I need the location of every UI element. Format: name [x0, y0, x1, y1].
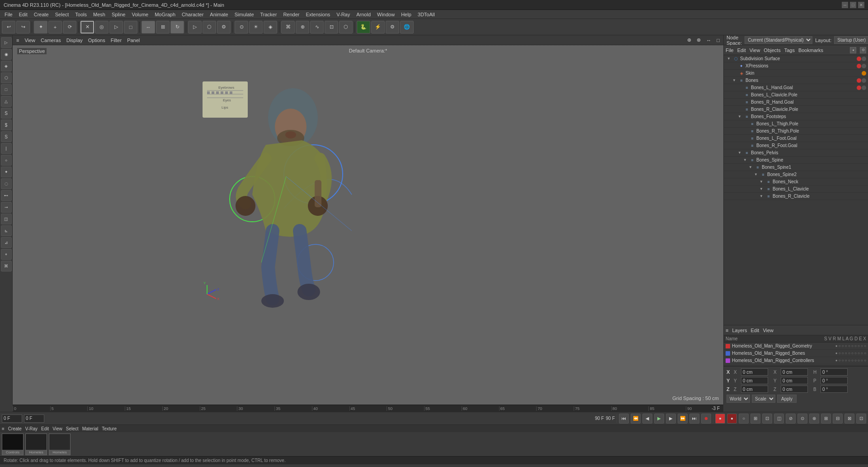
om-item-spine[interactable]: ▼ ≡ Bones_Spine: [724, 157, 868, 164]
vp-icon4[interactable]: □: [715, 37, 722, 44]
left-morph-btn[interactable]: ◫: [1, 214, 12, 224]
om-item-l-clavicle[interactable]: ▼ ≡ Bones_L_Clavicle: [724, 186, 868, 193]
move-tool[interactable]: ↔: [142, 21, 155, 33]
menu-character[interactable]: Character: [179, 11, 206, 18]
left-array-btn[interactable]: ⌘: [1, 261, 12, 272]
mat-texture[interactable]: Texture: [102, 426, 117, 431]
om-expand-pelvis[interactable]: ▼: [736, 150, 743, 156]
current-frame-input[interactable]: [2, 415, 22, 423]
rot-p-field[interactable]: [821, 377, 848, 384]
record-button[interactable]: ⏺: [701, 414, 711, 424]
material-homeles2[interactable]: Homeles: [49, 434, 71, 455]
layer-controllers[interactable]: Homeless_Old_Man_Rigged_Controllers ● ○ …: [724, 357, 868, 364]
layers-edit[interactable]: Edit: [750, 328, 759, 333]
layout-select[interactable]: Startup (User): [834, 36, 868, 44]
mat-edit[interactable]: Edit: [41, 426, 49, 431]
vp-icon1[interactable]: ⊕: [685, 36, 693, 44]
transport-icon8[interactable]: ⊙: [797, 414, 807, 424]
menu-volume[interactable]: Volume: [129, 11, 151, 18]
material-controls[interactable]: Controls: [2, 434, 24, 455]
mat-menu-icon[interactable]: ≡: [2, 426, 5, 431]
transport-icon12[interactable]: ⊠: [844, 414, 854, 424]
render-region[interactable]: ⬡: [203, 21, 216, 33]
left-s-btn[interactable]: S: [1, 108, 12, 119]
om-bookmarks[interactable]: Bookmarks: [798, 48, 823, 53]
xref-btn[interactable]: ⬡: [339, 21, 353, 33]
om-expand-spine1[interactable]: ▼: [747, 164, 754, 171]
python-btn[interactable]: 🐍: [357, 21, 370, 33]
om-expand-fs[interactable]: ▼: [736, 114, 743, 120]
transport-icon11[interactable]: ⊟: [833, 414, 843, 424]
om-settings-icon[interactable]: ⚙: [860, 47, 866, 53]
om-item-xpressions[interactable]: ✦ XPressions: [724, 62, 868, 70]
play-back-button[interactable]: ◀: [642, 414, 652, 424]
rot-b-field[interactable]: [821, 386, 848, 393]
world-select[interactable]: World: [726, 395, 750, 403]
menu-render[interactable]: Render: [280, 11, 302, 18]
mat-view[interactable]: View: [52, 426, 62, 431]
object-mode-btn[interactable]: ✕: [80, 21, 94, 33]
point-mode-btn[interactable]: ◎: [95, 21, 108, 33]
om-expand-spine[interactable]: ▼: [742, 157, 748, 163]
transport-icon9[interactable]: ⊛: [809, 414, 819, 424]
menu-select[interactable]: Select: [52, 11, 72, 18]
left-select-btn[interactable]: ▷: [1, 37, 12, 48]
apply-button[interactable]: Apply: [777, 395, 797, 403]
mode-tool[interactable]: +: [48, 21, 62, 33]
transport-icon10[interactable]: ⊞: [821, 414, 831, 424]
om-expand-bones[interactable]: ▼: [731, 77, 737, 84]
transport-icon13[interactable]: ⊡: [856, 414, 866, 424]
om-item-l-hand-goal[interactable]: ≡ Bones_L_Hand.Goal: [724, 84, 868, 91]
om-item-spine1[interactable]: ▼ ≡ Bones_Spine1: [724, 164, 868, 171]
scale-tool[interactable]: ⊞: [156, 21, 170, 33]
coffee-btn[interactable]: ⚡: [371, 21, 385, 33]
camera-btn[interactable]: ⊙: [235, 21, 248, 33]
om-expand-subdiv[interactable]: ▼: [726, 56, 732, 62]
om-file[interactable]: File: [726, 48, 734, 53]
left-rotate-btn[interactable]: ⬡: [1, 72, 12, 83]
redo-button[interactable]: ↪: [16, 21, 30, 33]
window-controls[interactable]: ─ □ ✕: [842, 2, 864, 8]
om-objects[interactable]: Objects: [764, 48, 780, 53]
rot-h-field[interactable]: [821, 368, 848, 376]
mat-create[interactable]: Create: [8, 426, 22, 431]
om-item-r-foot-goal[interactable]: ≡ Bones_R_Foot.Goal: [724, 142, 868, 149]
om-expand-spine2[interactable]: ▼: [753, 172, 759, 178]
menu-mograph[interactable]: MoGraph: [152, 11, 178, 18]
left-weight-btn[interactable]: ⊸: [1, 202, 12, 213]
om-item-r-clav-pole[interactable]: ≡ Bones_R_Clavicle.Pole: [724, 106, 868, 113]
left-s3-btn[interactable]: S: [1, 131, 12, 142]
light-btn[interactable]: ☀: [249, 21, 263, 33]
om-expand-icon[interactable]: ◂: [850, 47, 856, 53]
menu-arnold[interactable]: Arnold: [354, 11, 373, 18]
transport-icon7[interactable]: ⊘: [786, 414, 796, 424]
frame-field-2[interactable]: [24, 415, 44, 423]
material-homeles1[interactable]: Homeles: [25, 434, 47, 455]
layer-geometry[interactable]: Homeless_Old_Man_Rigged_Geometry ● ○ ○ ○…: [724, 343, 868, 350]
om-item-r-clavicle[interactable]: ▼ ≡ Bones_R_Clavicle: [724, 193, 868, 200]
left-axis-btn[interactable]: ⌖: [1, 249, 12, 260]
transport-icon2[interactable]: ●: [727, 414, 737, 424]
menu-create[interactable]: Create: [31, 11, 52, 18]
left-move-btn[interactable]: ◉: [1, 49, 12, 60]
goto-end-button[interactable]: ⏭: [689, 414, 699, 424]
left-retopo-btn[interactable]: ⊾: [1, 225, 12, 236]
left-paint-btn[interactable]: ✦: [1, 167, 12, 177]
next-key-button[interactable]: ⏩: [678, 414, 688, 424]
menu-simulate[interactable]: Simulate: [232, 11, 257, 18]
om-item-l-thigh-pole[interactable]: ≡ Bones_L_Thigh.Pole: [724, 120, 868, 128]
om-expand-rcl[interactable]: ▼: [758, 193, 764, 200]
menu-vray[interactable]: V-Ray: [334, 11, 353, 18]
play-button[interactable]: ▶: [654, 414, 664, 424]
vp-options-menu[interactable]: Options: [86, 37, 107, 44]
transport-icon3[interactable]: ○: [739, 414, 749, 424]
menu-extensions[interactable]: Extensions: [303, 11, 333, 18]
left-sel-btn[interactable]: ⊷: [1, 190, 12, 201]
layers-menu-icon[interactable]: ≡: [726, 328, 728, 333]
render-btn[interactable]: ▷: [188, 21, 202, 33]
om-view[interactable]: View: [750, 48, 760, 53]
om-expand-lcl[interactable]: ▼: [758, 186, 764, 192]
menu-mesh[interactable]: Mesh: [90, 11, 108, 18]
vp-view-menu[interactable]: View: [23, 37, 37, 44]
menu-animate[interactable]: Animate: [207, 11, 231, 18]
